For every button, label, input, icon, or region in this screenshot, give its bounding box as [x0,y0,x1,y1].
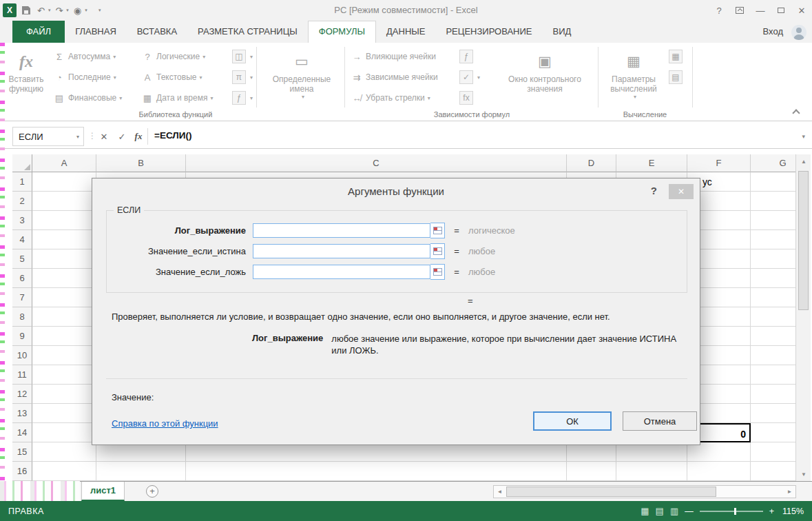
cell-A6[interactable] [32,269,96,288]
date-time-button[interactable]: ▦Дата и время▾ [139,90,215,106]
insert-function-button[interactable]: fx Вставить функцию [4,45,48,108]
cell-B16[interactable] [96,462,186,481]
cell-G6[interactable] [751,269,795,288]
restore-button[interactable] [771,0,791,21]
cell-A13[interactable] [32,404,96,423]
horizontal-scrollbar[interactable]: ◄ ► [493,485,796,498]
cell-A7[interactable] [32,288,96,307]
cell-A8[interactable] [32,307,96,327]
cell-A15[interactable] [32,442,96,462]
cell-F16[interactable] [687,462,751,481]
cell-G9[interactable] [751,327,795,346]
argument-input-2[interactable] [253,265,430,279]
cell-A3[interactable] [32,211,96,230]
ribbon-tab-formulas[interactable]: ФОРМУЛЫ [308,21,376,43]
cell-G15[interactable] [751,442,795,462]
collapse-dialog-button-2[interactable] [430,264,445,280]
normal-view-icon[interactable]: ▦ [641,506,649,516]
new-sheet-button[interactable]: + [146,485,158,498]
cell-C15[interactable] [186,442,567,462]
undo-button[interactable]: ↶▾ [36,3,52,18]
enter-entry-button[interactable]: ✓ [113,127,131,146]
cell-D16[interactable] [567,462,616,481]
row-header-14[interactable]: 14 [12,423,32,442]
cell-G2[interactable] [751,192,795,211]
cancel-entry-button[interactable]: ✕ [95,127,113,146]
argument-input-0[interactable] [253,223,430,238]
sheet-tab-list1[interactable]: лист1 [81,482,125,501]
row-header-3[interactable]: 3 [12,211,32,230]
cell-A1[interactable] [32,172,96,192]
cell-A4[interactable] [32,230,96,249]
row-header-6[interactable]: 6 [12,269,32,288]
ribbon-tab-home[interactable]: ГЛАВНАЯ [65,21,127,43]
scroll-right-arrow[interactable]: ► [784,486,795,498]
cell-G16[interactable] [751,462,795,481]
row-header-4[interactable]: 4 [12,230,32,249]
touch-mode-button[interactable]: ◉▾ [72,3,89,18]
page-layout-view-icon[interactable]: ▤ [656,506,664,516]
cell-A5[interactable] [32,249,96,269]
autosum-button[interactable]: ΣАвтосумма▾ [51,48,124,65]
chevron-down-icon[interactable]: ▾ [76,134,79,140]
row-header-10[interactable]: 10 [12,346,32,365]
row-header-9[interactable]: 9 [12,327,32,346]
zoom-slider[interactable] [700,511,763,512]
cell-G3[interactable] [751,211,795,230]
avatar[interactable] [791,25,806,40]
cell-G4[interactable] [751,230,795,249]
ribbon-tab-page-layout[interactable]: РАЗМЕТКА СТРАНИЦЫ [187,21,308,43]
dialog-close-button[interactable]: ✕ [669,184,694,199]
cell-A11[interactable] [32,365,96,385]
cell-F15[interactable] [687,442,751,462]
column-header-G[interactable]: G [751,154,795,172]
cell-G7[interactable] [751,288,795,307]
row-header-16[interactable]: 16 [12,462,32,481]
ribbon-tab-review[interactable]: РЕЦЕНЗИРОВАНИЕ [435,21,542,43]
scroll-down-arrow[interactable]: ▼ [796,467,811,481]
cancel-button[interactable]: Отмена [623,411,697,431]
remove-arrows-button[interactable]: ↮Убрать стрелки▾ [348,90,440,106]
customize-qat-button[interactable]: ▾ [91,3,106,18]
cell-G5[interactable] [751,249,795,269]
cell-A14[interactable] [32,423,96,442]
column-header-F[interactable]: F [687,154,751,172]
zoom-in-button[interactable]: + [769,507,774,516]
lookup-reference-button[interactable]: ◫▾ [230,48,255,65]
cell-A9[interactable] [32,327,96,346]
cell-A2[interactable] [32,192,96,211]
ribbon-tab-view[interactable]: ВИД [542,21,581,43]
scroll-up-arrow[interactable]: ▲ [796,154,811,168]
dialog-help-button[interactable]: ? [651,185,657,196]
cell-E16[interactable] [616,462,687,481]
zoom-slider-thumb[interactable] [734,508,736,515]
cell-A10[interactable] [32,346,96,365]
cell-D15[interactable] [567,442,616,462]
ribbon-tab-file[interactable]: ФАЙЛ [12,21,65,43]
cell-G10[interactable] [751,346,795,365]
show-formulas-button[interactable]: ƒ [457,48,482,65]
collapse-dialog-button-1[interactable] [430,243,445,259]
select-all-corner[interactable] [12,154,32,172]
watch-window-button[interactable]: ▣ Окно контрольного значения [493,45,596,108]
function-help-link[interactable]: Справка по этой функции [112,418,218,429]
help-button[interactable]: ? [709,0,729,21]
logical-button[interactable]: ?Логические▾ [139,48,215,65]
close-button[interactable]: ✕ [791,0,812,21]
zoom-level[interactable]: 115% [780,507,804,516]
more-functions-button[interactable]: ƒ▾ [230,90,255,106]
redo-button[interactable]: ↷▾ [54,3,70,18]
row-header-8[interactable]: 8 [12,307,32,327]
column-header-C[interactable]: C [186,154,567,172]
cell-G1[interactable] [751,172,795,192]
recent-functions-button[interactable]: ◔Последние▾ [51,69,124,85]
name-box-input[interactable] [13,131,61,143]
cell-E15[interactable] [616,442,687,462]
insert-function-fx-button[interactable]: fx [129,127,147,146]
column-header-B[interactable]: B [96,154,186,172]
row-header-2[interactable]: 2 [12,192,32,211]
formula-input[interactable]: =ЕСЛИ() [154,130,191,141]
ok-button[interactable]: ОК [533,411,612,431]
ribbon-tab-insert[interactable]: ВСТАВКА [127,21,187,43]
math-trig-button[interactable]: π▾ [230,69,255,85]
